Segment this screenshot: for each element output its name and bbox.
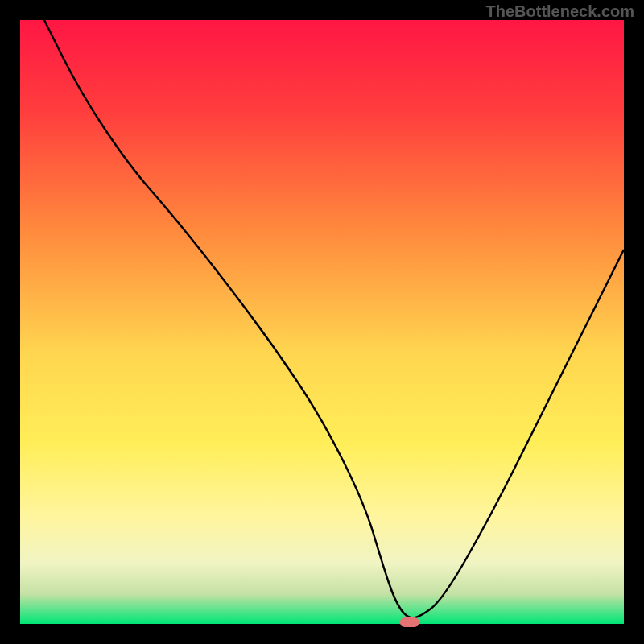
bottleneck-chart: [0, 0, 644, 644]
attribution-text: TheBottleneck.com: [486, 2, 634, 21]
gradient-background: [20, 20, 624, 624]
chart-container: TheBottleneck.com: [0, 0, 644, 644]
optimal-marker: [400, 617, 419, 627]
